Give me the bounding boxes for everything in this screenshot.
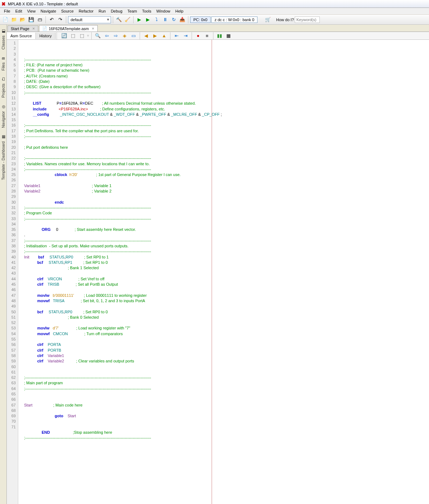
code-line[interactable]	[20, 419, 429, 424]
code-line[interactable]: cblock h'20' ; 1st part of General Purpo…	[20, 172, 429, 177]
code-line[interactable]: ; Bank 0 Selected	[20, 315, 429, 320]
build-button[interactable]: 🔨	[115, 16, 123, 24]
config-dropdown[interactable]: default	[68, 16, 111, 23]
nav-up-icon[interactable]: ▲	[160, 32, 168, 40]
debug-button[interactable]: ▶	[144, 16, 152, 24]
save-all-button[interactable]: 🗃	[36, 16, 44, 24]
code-line[interactable]: ; Main part of program	[20, 380, 429, 386]
srctab-asm-source[interactable]: Asm Source	[7, 33, 36, 39]
code-line[interactable]: ;---------------------------------------…	[20, 167, 429, 172]
undo-button[interactable]: ↶	[48, 16, 56, 24]
new-file-button[interactable]: 📄	[1, 16, 9, 24]
open-button[interactable]: 📂	[19, 16, 26, 24]
code-line[interactable]: goto Start	[20, 413, 429, 419]
code-line[interactable]	[20, 391, 429, 397]
sidetab-navigator[interactable]: Navigator◎	[0, 101, 6, 131]
code-line[interactable]	[20, 222, 429, 227]
code-line[interactable]: ;---------------------------------------…	[20, 386, 429, 391]
menu-team[interactable]: Team	[125, 9, 140, 13]
code-line[interactable]: ; Port Definitions. Tell the compiler wh…	[20, 128, 429, 134]
redo-button[interactable]: ↷	[56, 16, 64, 24]
code-line[interactable]: clrf TRISB ; Set all PortB as Output	[20, 282, 429, 287]
nav-back-icon[interactable]: ◀	[142, 32, 150, 40]
menu-file[interactable]: File	[1, 9, 13, 13]
menu-edit[interactable]: Edit	[13, 9, 25, 13]
code-line[interactable]	[20, 271, 429, 276]
code-line[interactable]: ;---------------------------------------…	[20, 90, 429, 95]
shift-left-icon[interactable]: ⇤	[173, 32, 180, 40]
find-icon[interactable]: 🔍	[94, 32, 102, 40]
code-line[interactable]: ;---------------------------------------…	[20, 435, 429, 441]
code-line[interactable]: ORG 0 ; Start assembly here Reset vector…	[20, 227, 429, 232]
record-icon[interactable]: ●	[194, 32, 202, 40]
code-line[interactable]: ; DATE: (Date)	[20, 79, 429, 84]
code-line[interactable]: Variable2 ; Variable 2	[20, 189, 429, 194]
code-line[interactable]: ;---------------------------------------…	[20, 238, 429, 243]
code-line[interactable]: movwf TRISA ; Set bit, 0, 1, 2 and 3 to …	[20, 298, 429, 304]
prev-icon[interactable]: ⇦	[103, 32, 111, 40]
menu-window[interactable]: Window	[154, 9, 173, 13]
menu-view[interactable]: View	[25, 9, 38, 13]
menu-debug[interactable]: Debug	[108, 9, 125, 13]
code-line[interactable]	[20, 397, 429, 402]
code-line[interactable]	[20, 441, 429, 446]
nav-fwd-icon[interactable]: ▶	[151, 32, 159, 40]
code-line[interactable]: __config _INTRC_OSC_NOCLKOUT & _WDT_OFF …	[20, 112, 429, 117]
srctab-history[interactable]: History	[36, 33, 56, 39]
program-button[interactable]: 📥	[178, 16, 186, 24]
code-line[interactable]: Start ; Main code here	[20, 403, 429, 408]
new-project-button[interactable]: 📁	[10, 16, 18, 24]
code-line[interactable]	[20, 150, 429, 156]
menu-tools[interactable]: Tools	[140, 9, 154, 13]
tab-16f628atemplate-asm[interactable]: 📄16F628ATemplate.asm✕	[39, 25, 98, 32]
cart-icon[interactable]: 🛒	[264, 16, 272, 24]
code-line[interactable]: ; PCB: (Put name of schematic here)	[20, 68, 429, 73]
code-line[interactable]	[20, 320, 429, 325]
code-line[interactable]: movwf CMCON ; Turn off comparators	[20, 331, 429, 337]
code-line[interactable]: ;---------------------------------------…	[20, 57, 429, 62]
menu-source[interactable]: Source	[59, 9, 76, 13]
save-button[interactable]: 💾	[27, 16, 35, 24]
code-line[interactable]: .	[20, 232, 429, 238]
menu-run[interactable]: Run	[96, 9, 108, 13]
code-line[interactable]: ; Initialisation - Set up all ports. Mak…	[20, 243, 429, 249]
code-line[interactable]	[20, 424, 429, 430]
code-line[interactable]: ; AUTH: (Creators name)	[20, 73, 429, 79]
reset-button[interactable]: ↻	[170, 16, 178, 24]
code-line[interactable]: Init bsf STATUS,RP0 ; Set RP0 to 1	[20, 255, 429, 260]
code-line[interactable]	[20, 194, 429, 199]
code-line[interactable]: ;---------------------------------------…	[20, 375, 429, 380]
code-line[interactable]	[20, 408, 429, 413]
code-line[interactable]: Variable1 ; Variable 1	[20, 183, 429, 189]
code-line[interactable]	[20, 177, 429, 183]
menu-help[interactable]: Help	[173, 9, 186, 13]
grid-icon[interactable]: ▦	[225, 32, 232, 40]
code-line[interactable]: ;---------------------------------------…	[20, 156, 429, 161]
search-input[interactable]	[295, 16, 320, 23]
menu-refactor[interactable]: Refactor	[76, 9, 96, 13]
run-button[interactable]: ▶	[135, 16, 143, 24]
sidetab-projects[interactable]: Projects🗀	[0, 74, 6, 101]
code-line[interactable]	[20, 287, 429, 293]
code-line[interactable]	[20, 139, 429, 144]
code-line[interactable]: ; Variables. Names created for use. Memo…	[20, 161, 429, 167]
code-line[interactable]: bcf STATUS,RP0 ; Set RP0 to 0	[20, 309, 429, 315]
sidetab-classes[interactable]: Classes◧	[0, 25, 6, 53]
shift-right-icon[interactable]: ⇥	[182, 32, 189, 40]
next-icon[interactable]: ⇨	[112, 32, 120, 40]
code-line[interactable]: clrf Variable1	[20, 353, 429, 358]
diff-icon[interactable]: ⬚	[69, 32, 77, 40]
code-line[interactable]: ;---------------------------------------…	[20, 134, 429, 139]
refresh-icon[interactable]: 🔄	[60, 32, 68, 40]
code-line[interactable]: movlw b'00001111' ; Load 00001111 to wor…	[20, 293, 429, 298]
code-line[interactable]: ; Put port definitions here	[20, 145, 429, 150]
code-line[interactable]: endc	[20, 200, 429, 205]
code-line[interactable]: END ;Stop assembling here	[20, 430, 429, 435]
code-line[interactable]: clrf Variable2 ; Clear variables and out…	[20, 358, 429, 364]
clean-build-button[interactable]: 🧹	[124, 16, 131, 24]
code-line[interactable]: clrf VRCON ; Set Vref to off	[20, 276, 429, 282]
chart-icon[interactable]: ▮▮	[216, 32, 223, 40]
code-area[interactable]: ;---------------------------------------…	[18, 40, 429, 504]
bookmark-icon[interactable]: ◈	[121, 32, 129, 40]
code-line[interactable]	[20, 370, 429, 375]
